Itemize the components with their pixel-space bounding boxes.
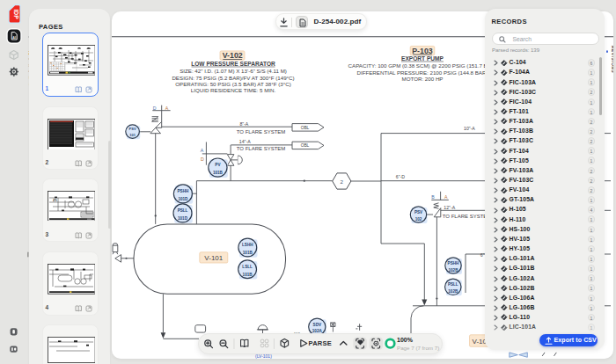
svg-text:Page 7 (7 from 7): Page 7 (7 from 7) bbox=[397, 345, 439, 351]
svg-text:OBL: OBL bbox=[301, 143, 310, 148]
svg-text:LIQUID RESIDENCE TIME: 5 MIN.: LIQUID RESIDENCE TIME: 5 MIN. bbox=[191, 87, 276, 93]
svg-text:OPERATING: 50 PSIG (3.5 BAR) A: OPERATING: 50 PSIG (3.5 BAR) AT 38°F (3°… bbox=[175, 81, 290, 87]
svg-text:PSHH: PSHH bbox=[178, 189, 189, 193]
svg-text:DESIGN: 75 PSIG (5.2 BAR)/FV A: DESIGN: 75 PSIG (5.2 BAR)/FV AT 300°F (1… bbox=[172, 75, 294, 81]
svg-text:B: B bbox=[431, 194, 435, 200]
svg-text:TO FLARE SYSTEM: TO FLARE SYSTEM bbox=[237, 129, 286, 135]
svg-text:AI: AI bbox=[12, 36, 16, 40]
svg-text:REVISIONS: REVISIONS bbox=[611, 46, 613, 73]
svg-text:102B: 102B bbox=[449, 268, 459, 273]
svg-text:DIFFERENTIAL PRESSURE: 2100 PS: DIFFERENTIAL PRESSURE: 2100 PSIG (144.8 … bbox=[356, 69, 488, 76]
svg-text:V-101: V-101 bbox=[204, 254, 223, 262]
svg-text:101B: 101B bbox=[213, 171, 224, 175]
svg-text:MOTOR: 200 HP: MOTOR: 200 HP bbox=[402, 76, 444, 82]
svg-text:PSV: PSV bbox=[129, 127, 136, 131]
svg-text:PV: PV bbox=[215, 163, 221, 167]
svg-text:V-102: V-102 bbox=[223, 51, 243, 60]
svg-text:12"-A: 12"-A bbox=[444, 205, 455, 210]
svg-text:14"-A: 14"-A bbox=[239, 139, 251, 144]
svg-text:Z1: Z1 bbox=[53, 198, 58, 202]
svg-text:PSHH: PSHH bbox=[448, 261, 459, 266]
svg-text:P-103: P-103 bbox=[412, 47, 433, 55]
svg-text:TO FLARE SYSTEM: TO FLARE SYSTEM bbox=[237, 146, 286, 151]
svg-text:D: D bbox=[201, 157, 204, 162]
svg-text:PSLL: PSLL bbox=[448, 282, 458, 287]
svg-text:LOW PRESSURE SEPARATOR: LOW PRESSURE SEPARATOR bbox=[191, 61, 275, 67]
svg-text:101B: 101B bbox=[243, 251, 253, 255]
svg-text:CAPACITY: 100 GPM (0.38 SCM) @: CAPACITY: 100 GPM (0.38 SCM) @ 2200 PSIG… bbox=[348, 62, 497, 69]
svg-text:SIZE: 42" I.D. (1.07 M) X 13'-: SIZE: 42" I.D. (1.07 M) X 13'-6" S/S (4.… bbox=[180, 68, 287, 74]
svg-text:100%: 100% bbox=[397, 337, 414, 343]
svg-text:101: 101 bbox=[129, 133, 136, 137]
svg-text:8"-A: 8"-A bbox=[239, 121, 248, 127]
svg-text:A: A bbox=[165, 106, 169, 111]
svg-text:SDV: SDV bbox=[313, 323, 322, 327]
svg-text:(LV-101): (LV-101) bbox=[255, 353, 272, 359]
svg-text:A: A bbox=[201, 148, 204, 153]
svg-text:102: 102 bbox=[415, 217, 422, 222]
svg-text:IDP: IDP bbox=[13, 9, 19, 19]
svg-text:102B: 102B bbox=[448, 289, 458, 294]
svg-text:6"-D: 6"-D bbox=[396, 174, 405, 179]
svg-text:D: D bbox=[153, 106, 157, 111]
svg-text:EXPORT PUMP: EXPORT PUMP bbox=[401, 55, 444, 62]
svg-text:LSLL: LSLL bbox=[242, 265, 253, 269]
svg-text:10"-A: 10"-A bbox=[464, 126, 475, 131]
svg-text:OBL: OBL bbox=[301, 126, 310, 130]
svg-text:LSHH: LSHH bbox=[242, 243, 253, 247]
svg-text:PARSE: PARSE bbox=[308, 339, 332, 347]
svg-text:101B: 101B bbox=[243, 273, 253, 277]
svg-text:PSLL: PSLL bbox=[178, 208, 188, 213]
svg-text:A: A bbox=[444, 194, 448, 200]
svg-text:6": 6" bbox=[480, 252, 485, 258]
svg-text:101D: 101D bbox=[178, 216, 188, 221]
svg-text:PSV: PSV bbox=[414, 210, 423, 215]
svg-text:2: 2 bbox=[341, 178, 344, 185]
svg-text:101D: 101D bbox=[178, 197, 188, 201]
